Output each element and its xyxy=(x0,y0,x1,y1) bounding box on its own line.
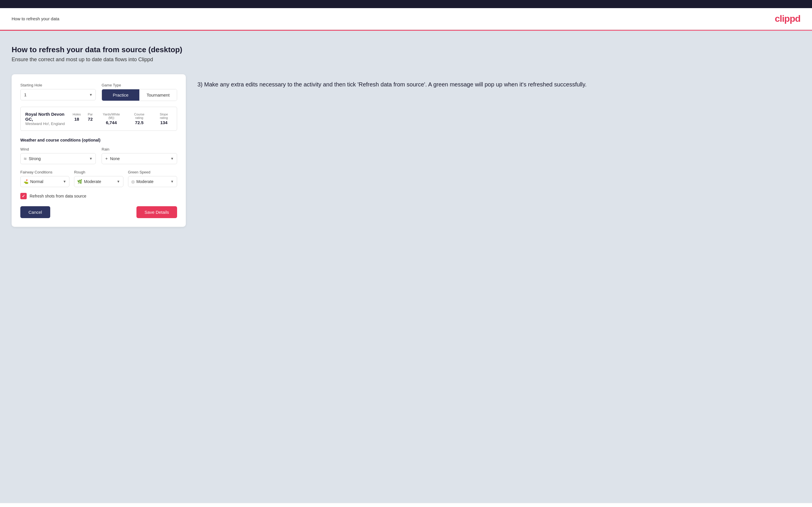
rough-select-wrapper: 🌿 Moderate Light Heavy ▼ xyxy=(74,176,123,187)
checkmark-icon: ✓ xyxy=(22,194,25,199)
game-type-label: Game Type xyxy=(102,83,177,87)
fairway-arrow-icon: ▼ xyxy=(63,179,66,184)
fairway-select[interactable]: Normal Firm Soft xyxy=(30,176,63,187)
conditions-row: Fairway Conditions ⛳ Normal Firm Soft ▼ … xyxy=(20,170,177,187)
side-description: 3) Make any extra edits necessary to the… xyxy=(197,80,800,89)
game-type-buttons: Practice Tournament xyxy=(102,89,177,101)
wind-section: Wind ≋ Strong Light None ▼ xyxy=(20,147,96,164)
rough-label: Rough xyxy=(74,170,123,174)
game-type-section: Game Type Practice Tournament xyxy=(102,83,177,101)
page-heading: How to refresh your data from source (de… xyxy=(12,45,800,54)
refresh-checkbox-row: ✓ Refresh shots from data source xyxy=(20,193,177,199)
slope-rating-value: 134 xyxy=(156,120,172,125)
course-rating-label: Course rating xyxy=(130,113,149,119)
rain-icon: ✦ xyxy=(105,156,108,161)
course-info-box: Royal North Devon GC, Westward Ho!, Engl… xyxy=(20,107,177,131)
rough-icon: 🌿 xyxy=(77,179,82,184)
fairway-select-wrapper: ⛳ Normal Firm Soft ▼ xyxy=(20,176,69,187)
stat-slope-rating: Slope rating 134 xyxy=(156,113,172,125)
wind-label: Wind xyxy=(20,147,96,152)
header: How to refresh your data clippd xyxy=(0,8,812,30)
page-subheading: Ensure the correct and most up to date d… xyxy=(12,57,800,63)
course-details: Royal North Devon GC, Westward Ho!, Engl… xyxy=(25,112,72,126)
header-title: How to refresh your data xyxy=(12,16,59,21)
rain-select[interactable]: None Light Heavy xyxy=(110,154,170,164)
rain-select-wrapper: ✦ None Light Heavy ▼ xyxy=(102,153,177,164)
wind-select[interactable]: Strong Light None xyxy=(29,154,89,164)
green-speed-icon: ◎ xyxy=(131,179,135,184)
stat-yards: Yards/White (M)) 6,744 xyxy=(100,113,123,125)
rough-arrow-icon: ▼ xyxy=(117,179,120,184)
fairway-label: Fairway Conditions xyxy=(20,170,69,174)
wind-rain-row: Wind ≋ Strong Light None ▼ Rain ✦ xyxy=(20,147,177,164)
conditions-title: Weather and course conditions (optional) xyxy=(20,138,177,143)
course-location: Westward Ho!, England xyxy=(25,121,72,126)
refresh-checkbox[interactable]: ✓ xyxy=(20,193,27,199)
rough-section: Rough 🌿 Moderate Light Heavy ▼ xyxy=(74,170,123,187)
save-button[interactable]: Save Details xyxy=(137,206,177,218)
slope-rating-label: Slope rating xyxy=(156,113,172,119)
yards-value: 6,744 xyxy=(100,120,123,125)
cancel-button[interactable]: Cancel xyxy=(20,206,50,218)
fairway-section: Fairway Conditions ⛳ Normal Firm Soft ▼ xyxy=(20,170,69,187)
green-speed-select-wrapper: ◎ Moderate Slow Fast ▼ xyxy=(128,176,177,187)
starting-hole-select-wrapper: 1 10 ▼ xyxy=(20,89,96,100)
green-speed-select[interactable]: Moderate Slow Fast xyxy=(137,176,170,187)
wind-icon: ≋ xyxy=(23,156,27,161)
course-stats: Holes 18 Par 72 Yards/White (M)) 6,744 C… xyxy=(72,113,172,125)
main-content: How to refresh your data from source (de… xyxy=(0,31,812,503)
course-name: Royal North Devon GC, xyxy=(25,112,72,121)
holes-value: 18 xyxy=(72,117,81,121)
wind-select-wrapper: ≋ Strong Light None ▼ xyxy=(20,153,96,164)
starting-hole-select[interactable]: 1 10 xyxy=(20,89,96,100)
yards-label: Yards/White (M)) xyxy=(100,113,123,119)
rain-section: Rain ✦ None Light Heavy ▼ xyxy=(102,147,177,164)
refresh-label: Refresh shots from data source xyxy=(30,194,86,199)
form-card: Starting Hole 1 10 ▼ Game Type Practice … xyxy=(12,74,186,227)
holes-label: Holes xyxy=(72,113,81,116)
button-row: Cancel Save Details xyxy=(20,206,177,218)
stat-par: Par 72 xyxy=(88,113,93,125)
top-bar xyxy=(0,0,812,8)
stat-holes: Holes 18 xyxy=(72,113,81,125)
rough-select[interactable]: Moderate Light Heavy xyxy=(84,176,116,187)
content-area: Starting Hole 1 10 ▼ Game Type Practice … xyxy=(12,74,800,227)
par-value: 72 xyxy=(88,117,93,121)
green-speed-arrow-icon: ▼ xyxy=(170,179,174,184)
wind-arrow-icon: ▼ xyxy=(89,157,93,161)
green-speed-section: Green Speed ◎ Moderate Slow Fast ▼ xyxy=(128,170,177,187)
starting-hole-section: Starting Hole 1 10 ▼ xyxy=(20,83,96,101)
practice-button[interactable]: Practice xyxy=(102,89,139,101)
starting-hole-label: Starting Hole xyxy=(20,83,96,87)
tournament-button[interactable]: Tournament xyxy=(139,89,177,101)
rain-label: Rain xyxy=(102,147,177,152)
rain-arrow-icon: ▼ xyxy=(170,157,174,161)
course-rating-value: 72.5 xyxy=(130,120,149,125)
green-speed-label: Green Speed xyxy=(128,170,177,174)
fairway-icon: ⛳ xyxy=(23,179,29,184)
stat-course-rating: Course rating 72.5 xyxy=(130,113,149,125)
logo: clippd xyxy=(775,13,800,24)
footer: Copyright Clippd 2022 xyxy=(0,503,812,507)
side-text: 3) Make any extra edits necessary to the… xyxy=(197,74,800,89)
par-label: Par xyxy=(88,113,93,116)
